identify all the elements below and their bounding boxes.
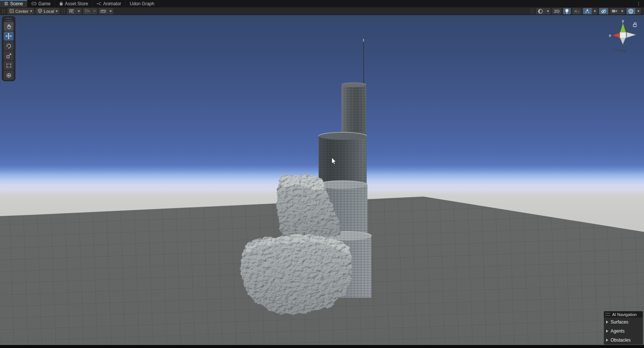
grid-visibility-group bbox=[67, 8, 81, 14]
foldout-arrow-icon bbox=[606, 330, 608, 333]
tab-udon-graph[interactable]: Udon Graph bbox=[126, 0, 159, 7]
shading-mode-dropdown[interactable] bbox=[545, 8, 551, 14]
ai-nav-item-surfaces[interactable]: Surfaces bbox=[604, 318, 643, 327]
ai-nav-item-obstacles[interactable]: Obstacles bbox=[604, 336, 643, 345]
gizmo-axis-neg-y[interactable] bbox=[620, 38, 626, 44]
snap-increment-dropdown[interactable] bbox=[108, 8, 113, 14]
gizmo-axis-x[interactable] bbox=[612, 33, 620, 38]
snap-increment-button[interactable] bbox=[99, 8, 108, 14]
camera-settings-dropdown[interactable] bbox=[619, 8, 625, 14]
tool-move[interactable] bbox=[4, 32, 14, 41]
orientation-dropdown[interactable]: Local bbox=[36, 8, 60, 14]
scene-lighting-toggle[interactable] bbox=[563, 8, 571, 14]
gizmos-group bbox=[626, 8, 641, 14]
state-machine-icon bbox=[97, 2, 101, 6]
cube-icon bbox=[38, 8, 42, 14]
grid-snap-button[interactable] bbox=[83, 8, 92, 14]
snap-increment-group bbox=[99, 8, 113, 14]
overlay-drag-handle-icon[interactable] bbox=[605, 313, 610, 316]
grid-snap-group bbox=[83, 8, 97, 14]
gizmos-toggle[interactable] bbox=[626, 8, 635, 14]
tab-label: Udon Graph bbox=[130, 1, 154, 6]
light-bulb-icon bbox=[565, 9, 569, 14]
lock-open-icon[interactable] bbox=[633, 22, 637, 27]
tab-label: Game bbox=[38, 1, 51, 6]
grid-visibility-dropdown[interactable] bbox=[76, 8, 81, 14]
gizmo-x-label: x bbox=[609, 33, 611, 38]
sparkle-layers-icon bbox=[585, 9, 590, 14]
gizmo-axis-y[interactable] bbox=[620, 23, 626, 32]
eye-hidden-icon bbox=[601, 9, 606, 14]
rect-icon bbox=[6, 63, 12, 68]
tab-label: Scene bbox=[10, 1, 23, 6]
tab-bar: Scene Game Asset Store Animator Udon Gra… bbox=[0, 0, 644, 7]
tool-rect[interactable] bbox=[4, 61, 14, 70]
tab-animator[interactable]: Animator bbox=[93, 0, 126, 7]
tool-scale[interactable] bbox=[4, 51, 14, 60]
projection-toggle[interactable]: ‹ Persp bbox=[612, 48, 626, 53]
foldout-arrow-icon bbox=[606, 339, 608, 342]
rotate-icon bbox=[6, 43, 12, 49]
gizmo-center-cube[interactable] bbox=[620, 32, 626, 38]
ai-nav-item-label: Surfaces bbox=[611, 319, 628, 325]
toolbar-grip-icon[interactable] bbox=[3, 9, 5, 14]
tool-transform[interactable] bbox=[4, 71, 14, 80]
tool-rotate[interactable] bbox=[4, 41, 14, 50]
scene-effects-group bbox=[583, 8, 597, 14]
video-camera-icon bbox=[612, 9, 617, 13]
chevron-left-icon: ‹ bbox=[612, 47, 614, 54]
gizmo-sphere-icon bbox=[628, 9, 633, 14]
foldout-arrow-icon bbox=[606, 321, 608, 324]
scene-effects-toggle[interactable] bbox=[583, 8, 592, 14]
ai-navigation-header[interactable]: AI Navigation bbox=[604, 311, 643, 318]
scale-icon bbox=[6, 53, 12, 59]
scene-viewport[interactable]: y x ‹ Persp AI Navigation Surfaces Agent… bbox=[0, 15, 644, 345]
hand-icon bbox=[6, 24, 12, 29]
ai-navigation-overlay: AI Navigation Surfaces Agents Obstacles bbox=[604, 311, 643, 345]
pivot-mode-label: Center bbox=[15, 9, 29, 13]
pivot-mode-dropdown[interactable]: Center bbox=[8, 8, 34, 14]
chevron-down-icon bbox=[56, 11, 58, 12]
shading-mode-button[interactable] bbox=[536, 8, 545, 14]
unity-editor-window: Scene Game Asset Store Animator Udon Gra… bbox=[0, 0, 644, 348]
orientation-label: Local bbox=[44, 9, 54, 13]
gizmo-axis-neg-x[interactable] bbox=[627, 32, 636, 38]
ai-nav-item-agents[interactable]: Agents bbox=[604, 327, 643, 336]
scene-toolbar: Center Local bbox=[0, 7, 644, 15]
toolbar-separator bbox=[531, 9, 533, 14]
2d-mode-label: 2D bbox=[554, 9, 560, 13]
2d-mode-button[interactable]: 2D bbox=[552, 8, 561, 14]
grid-snap-dropdown[interactable] bbox=[92, 8, 97, 14]
dot-grid-icon bbox=[85, 9, 90, 14]
shading-mode-group bbox=[536, 8, 551, 14]
tab-scene[interactable]: Scene bbox=[0, 0, 27, 7]
tab-asset-store[interactable]: Asset Store bbox=[55, 0, 93, 7]
tab-label: Animator bbox=[103, 1, 121, 6]
tab-game[interactable]: Game bbox=[27, 0, 55, 7]
window-bottom-edge bbox=[0, 345, 644, 348]
shaded-sphere-icon bbox=[538, 9, 543, 14]
tool-hand[interactable] bbox=[4, 22, 14, 31]
scene-effects-dropdown[interactable] bbox=[592, 8, 597, 14]
hidden-objects-toggle[interactable] bbox=[599, 8, 608, 14]
grid-visibility-button[interactable] bbox=[67, 8, 76, 14]
camera-settings-group bbox=[610, 8, 625, 14]
projection-label: Persp bbox=[615, 48, 626, 53]
overlay-drag-handle-icon[interactable] bbox=[6, 18, 12, 21]
scene-toolbar-right: 2D bbox=[530, 8, 642, 14]
gizmos-dropdown[interactable] bbox=[635, 8, 641, 14]
speaker-muted-icon bbox=[574, 9, 579, 14]
chevron-down-icon bbox=[30, 11, 32, 12]
camera-settings-button[interactable] bbox=[610, 8, 619, 14]
ai-nav-item-label: Agents bbox=[611, 328, 624, 334]
grid-icon bbox=[4, 2, 8, 6]
ruler-icon bbox=[101, 9, 106, 14]
scene-audio-toggle[interactable] bbox=[572, 8, 581, 14]
grid-y-icon bbox=[69, 9, 74, 14]
gizmo-y-label: y bbox=[622, 19, 624, 23]
overflow-menu-icon[interactable]: ⋮ bbox=[633, 0, 644, 7]
ai-navigation-title: AI Navigation bbox=[612, 312, 636, 317]
pivot-square-icon bbox=[9, 9, 14, 14]
toolbar-separator bbox=[62, 9, 65, 14]
tab-bar-spacer bbox=[159, 0, 633, 7]
